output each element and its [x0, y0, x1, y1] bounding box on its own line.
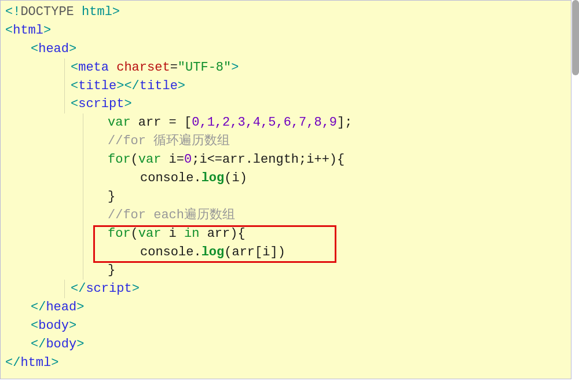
bracket: >: [69, 42, 76, 56]
bracket: </: [5, 356, 20, 370]
code-line: </head>: [5, 298, 571, 317]
code-line: <meta charset="UTF-8">: [64, 58, 571, 77]
bracket: >: [76, 337, 84, 351]
comment: //for each遍历数组: [108, 208, 235, 222]
code-text: arr){: [199, 226, 245, 241]
code-line: <script>: [64, 95, 571, 113]
tag-title-close: title: [140, 79, 178, 93]
tag-html-close: html: [20, 356, 51, 370]
bracket: >: [178, 79, 185, 93]
bracket: >: [43, 23, 51, 38]
bracket: >: [116, 79, 124, 93]
code-text: ];: [337, 115, 352, 130]
code-line: <head>: [5, 40, 571, 58]
space: [109, 60, 116, 75]
keyword-var: var: [138, 152, 162, 167]
tag-meta: meta: [78, 60, 109, 75]
code-line: var arr = [0,1,2,3,4,5,6,7,8,9];: [83, 113, 571, 132]
function-log: log: [201, 171, 225, 185]
brace: }: [108, 263, 115, 277]
tag-body: body: [38, 318, 69, 333]
code-line: console.log(arr[i]): [83, 243, 571, 262]
code-text: (: [131, 152, 138, 167]
code-line: console.log(i): [83, 169, 571, 188]
code-line: <!DOCTYPE html>: [5, 3, 571, 21]
bracket: <: [71, 97, 78, 111]
keyword-in: in: [184, 226, 199, 241]
code-line: <html>: [5, 21, 571, 40]
bracket: >: [132, 281, 140, 296]
bracket: >: [76, 300, 84, 314]
code-text: i: [161, 226, 184, 241]
bracket: >: [112, 5, 120, 19]
bracket: <: [31, 42, 38, 56]
code-line: <body>: [5, 317, 571, 335]
bracket: </: [31, 300, 46, 314]
bracket: <: [31, 318, 38, 333]
keyword-for: for: [108, 152, 131, 167]
bracket: <: [71, 79, 78, 93]
code-line: </script>: [64, 280, 571, 298]
doctype-html: html: [74, 5, 112, 19]
code-text: (: [131, 226, 138, 241]
equals: =: [170, 60, 178, 75]
code-text: console.: [140, 245, 201, 259]
comment: //for 循环遍历数组: [108, 134, 230, 148]
bracket: </: [71, 281, 86, 296]
code-line: </body>: [5, 335, 571, 354]
tag-head: head: [38, 42, 69, 56]
attr-value: "UTF-8": [178, 60, 231, 75]
code-text: (arr[i]): [224, 245, 285, 259]
attr-charset: charset: [116, 60, 170, 75]
code-line: </html>: [5, 354, 571, 372]
keyword-for: for: [108, 226, 131, 241]
bracket: >: [51, 356, 58, 370]
code-text: ;i<=arr.length;i++){: [192, 152, 345, 167]
bracket: <: [5, 23, 13, 38]
tag-html: html: [13, 23, 43, 38]
code-line: }: [83, 261, 571, 280]
keyword-var: var: [138, 226, 162, 241]
bracket: <!: [5, 5, 20, 19]
keyword-var: var: [108, 115, 131, 130]
doctype-keyword: DOCTYPE: [20, 5, 74, 19]
bracket: >: [231, 60, 239, 75]
bracket: >: [124, 97, 131, 111]
tag-script: script: [78, 97, 124, 111]
tag-head-close: head: [46, 300, 76, 314]
function-log: log: [201, 245, 225, 259]
code-line: //for 循环遍历数组: [83, 132, 571, 151]
brace: }: [108, 189, 115, 204]
bracket: <: [71, 60, 78, 75]
code-text: console.: [140, 171, 201, 185]
scrollbar-thumb[interactable]: [572, 0, 579, 75]
code-line: <title></title>: [64, 77, 571, 96]
tag-title-open: title: [78, 79, 116, 93]
code-text: (i): [224, 171, 247, 185]
tag-script-close: script: [86, 281, 131, 296]
code-line: for(var i=0;i<=arr.length;i++){: [83, 151, 571, 169]
code-line: for(var i in arr){: [83, 225, 571, 243]
code-line: }: [83, 188, 571, 206]
bracket: </: [124, 79, 139, 93]
number-list: 0,1,2,3,4,5,6,7,8,9: [192, 115, 337, 130]
code-line: //for each遍历数组: [83, 206, 571, 225]
number: 0: [184, 152, 192, 167]
bracket: </: [31, 337, 46, 351]
bracket: >: [69, 318, 76, 333]
code-text: i=: [161, 152, 184, 167]
code-editor-viewport: <!DOCTYPE html> <html> <head> <meta char…: [0, 0, 571, 379]
code-text: arr = [: [131, 115, 192, 130]
tag-body-close: body: [46, 337, 76, 351]
